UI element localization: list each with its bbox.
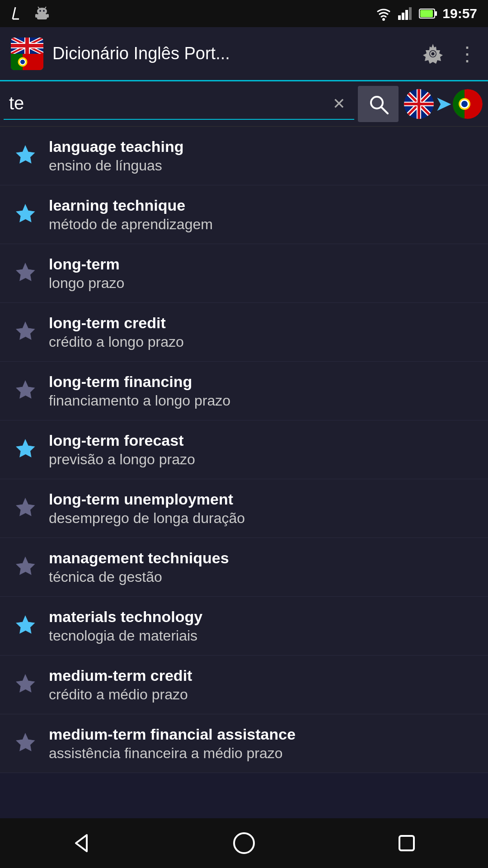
result-text: long-term credit crédito a longo prazo bbox=[49, 314, 477, 350]
result-portuguese: previsão a longo prazo bbox=[49, 451, 477, 468]
svg-marker-51 bbox=[16, 146, 34, 163]
search-button[interactable] bbox=[358, 86, 399, 122]
star-icon bbox=[13, 438, 38, 462]
svg-point-3 bbox=[39, 10, 41, 12]
star-button[interactable] bbox=[11, 142, 40, 170]
star-button[interactable] bbox=[11, 435, 40, 464]
signal-bars-icon bbox=[397, 5, 413, 22]
result-item[interactable]: materials technology tecnologia de mater… bbox=[0, 597, 488, 656]
uk-flag-circle bbox=[404, 89, 434, 119]
search-bar: ✕ ➤ bbox=[0, 81, 488, 127]
svg-rect-7 bbox=[37, 14, 47, 19]
recents-button[interactable] bbox=[384, 821, 429, 866]
svg-point-4 bbox=[43, 10, 45, 12]
svg-marker-59 bbox=[16, 616, 34, 633]
home-icon bbox=[231, 830, 257, 856]
svg-rect-13 bbox=[405, 10, 408, 20]
search-icon bbox=[368, 94, 389, 114]
result-text: long-term unemployment desemprego de lon… bbox=[49, 491, 477, 527]
svg-rect-16 bbox=[420, 10, 433, 17]
result-text: materials technology tecnologia de mater… bbox=[49, 608, 477, 644]
star-icon bbox=[13, 614, 38, 638]
result-english: long-term forecast bbox=[49, 432, 477, 449]
svg-point-2 bbox=[37, 8, 47, 15]
result-portuguese: tecnologia de materiais bbox=[49, 627, 477, 644]
clear-button[interactable]: ✕ bbox=[329, 91, 349, 116]
result-english: management techniques bbox=[49, 549, 477, 567]
svg-marker-56 bbox=[16, 439, 34, 457]
wifi-icon bbox=[375, 5, 392, 22]
nav-bar bbox=[0, 818, 488, 868]
result-text: long-term longo prazo bbox=[49, 255, 477, 292]
result-item[interactable]: medium-term financial assistance assistê… bbox=[0, 714, 488, 773]
star-button[interactable] bbox=[11, 670, 40, 699]
result-item[interactable]: long-term financing financiamento a long… bbox=[0, 362, 488, 420]
star-icon bbox=[13, 731, 38, 756]
more-options-button[interactable]: ⋮ bbox=[457, 44, 477, 64]
result-item[interactable]: medium-term credit crédito a médio prazo bbox=[0, 656, 488, 714]
signal-icon bbox=[11, 5, 27, 22]
svg-rect-8 bbox=[35, 14, 38, 18]
uk-flag-section bbox=[11, 38, 43, 54]
star-icon bbox=[13, 320, 38, 344]
star-button[interactable] bbox=[11, 200, 40, 229]
result-text: management techniques técnica de gestão bbox=[49, 549, 477, 585]
star-button[interactable] bbox=[11, 494, 40, 523]
pt-flag-circle bbox=[453, 89, 483, 119]
svg-line-6 bbox=[45, 7, 46, 9]
svg-marker-54 bbox=[16, 322, 34, 339]
result-portuguese: método de aprendizagem bbox=[49, 216, 477, 233]
svg-marker-62 bbox=[76, 835, 87, 851]
result-portuguese: financiamento a longo prazo bbox=[49, 392, 477, 409]
search-input-container: ✕ bbox=[4, 88, 354, 120]
result-portuguese: ensino de línguas bbox=[49, 157, 477, 174]
svg-rect-64 bbox=[399, 836, 414, 850]
settings-button[interactable] bbox=[421, 42, 445, 66]
star-button[interactable] bbox=[11, 553, 40, 582]
svg-rect-9 bbox=[47, 14, 49, 18]
svg-rect-11 bbox=[398, 15, 401, 20]
result-english: medium-term financial assistance bbox=[49, 726, 477, 743]
lang-switcher[interactable]: ➤ bbox=[402, 86, 484, 122]
status-time: 19:57 bbox=[442, 6, 477, 21]
result-item[interactable]: learning technique método de aprendizage… bbox=[0, 185, 488, 244]
result-item[interactable]: long-term longo prazo bbox=[0, 244, 488, 303]
gear-icon bbox=[421, 42, 445, 66]
star-button[interactable] bbox=[11, 729, 40, 758]
star-button[interactable] bbox=[11, 377, 40, 406]
result-text: medium-term credit crédito a médio prazo bbox=[49, 667, 477, 703]
svg-marker-57 bbox=[16, 498, 34, 515]
result-item[interactable]: long-term credit crédito a longo prazo bbox=[0, 303, 488, 362]
star-icon bbox=[13, 144, 38, 168]
svg-rect-45 bbox=[404, 103, 434, 105]
result-item[interactable]: long-term forecast previsão a longo praz… bbox=[0, 420, 488, 479]
result-item[interactable]: language teaching ensino de línguas bbox=[0, 127, 488, 185]
result-text: medium-term financial assistance assistê… bbox=[49, 726, 477, 762]
search-input[interactable] bbox=[9, 93, 329, 113]
star-icon bbox=[13, 555, 38, 580]
result-english: long-term unemployment bbox=[49, 491, 477, 508]
result-text: language teaching ensino de línguas bbox=[49, 138, 477, 174]
home-button[interactable] bbox=[221, 821, 267, 866]
svg-point-63 bbox=[234, 833, 254, 853]
status-bar-right: 19:57 bbox=[375, 5, 477, 22]
svg-marker-52 bbox=[16, 204, 34, 222]
star-icon bbox=[13, 496, 38, 521]
star-button[interactable] bbox=[11, 259, 40, 288]
result-text: long-term forecast previsão a longo praz… bbox=[49, 432, 477, 468]
svg-marker-55 bbox=[16, 381, 34, 398]
result-english: materials technology bbox=[49, 608, 477, 626]
svg-rect-12 bbox=[402, 13, 404, 20]
result-english: language teaching bbox=[49, 138, 477, 156]
svg-line-5 bbox=[38, 7, 39, 9]
star-icon bbox=[13, 673, 38, 697]
result-text: long-term financing financiamento a long… bbox=[49, 373, 477, 409]
star-button[interactable] bbox=[11, 612, 40, 641]
result-item[interactable]: management techniques técnica de gestão bbox=[0, 538, 488, 597]
back-button[interactable] bbox=[59, 821, 104, 866]
result-item[interactable]: long-term unemployment desemprego de lon… bbox=[0, 479, 488, 538]
recents-icon bbox=[394, 830, 419, 856]
result-english: medium-term credit bbox=[49, 667, 477, 684]
result-portuguese: crédito a médio prazo bbox=[49, 686, 477, 703]
star-button[interactable] bbox=[11, 318, 40, 347]
